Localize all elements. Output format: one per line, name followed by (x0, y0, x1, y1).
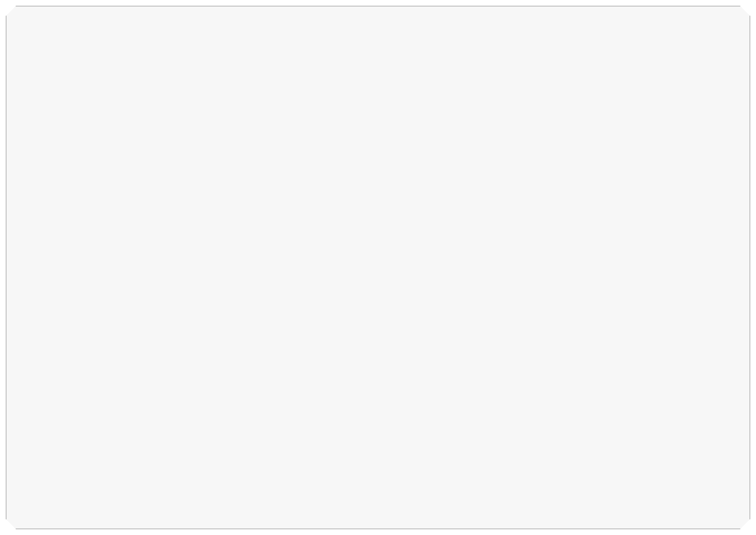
empty-panel (6, 6, 750, 529)
